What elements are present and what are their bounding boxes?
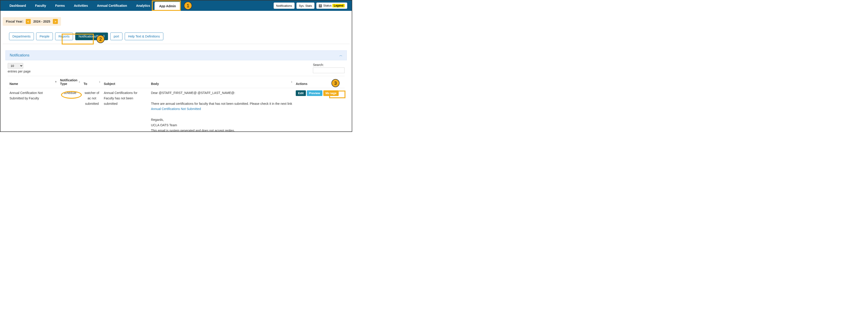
fiscal-prev-button[interactable]: < [26, 19, 31, 24]
sort-icon: ▲▼ [99, 81, 101, 83]
collapse-icon[interactable]: ︿ [339, 53, 342, 57]
col-name[interactable]: Name▲▼ [8, 76, 58, 88]
cell-name: Annual Certification Not Submitted by Fa… [8, 88, 58, 132]
status-label: Status [323, 4, 332, 7]
col-body[interactable]: Body▲▼ [149, 76, 294, 88]
cell-actions: Edit Preview Manage [294, 88, 344, 132]
entries-select[interactable]: 10 [8, 63, 23, 69]
manage-button[interactable]: Manage [323, 90, 339, 96]
search-input[interactable] [313, 68, 344, 73]
nav-activities[interactable]: Activities [69, 1, 92, 10]
question-icon: ? [319, 4, 322, 7]
subtab-people[interactable]: People [36, 33, 53, 40]
panel-body: 10 entries per page Search: Name▲▼ Notif… [5, 60, 347, 132]
table-header-row: Name▲▼ Notification Type▲▼ To▲▼ Subject … [8, 76, 344, 88]
fiscal-year-label: Fiscal Year: [6, 20, 24, 23]
nav-forms[interactable]: Forms [51, 1, 69, 10]
col-to[interactable]: To▲▼ [82, 76, 102, 88]
table-controls: 10 entries per page Search: [8, 63, 344, 73]
cell-type: schedule [58, 88, 82, 132]
edit-button[interactable]: Edit [296, 90, 306, 96]
fiscal-year-value: 2024 - 2025 [31, 20, 53, 23]
col-type[interactable]: Notification Type▲▼ [58, 76, 82, 88]
panel-header[interactable]: Notifications ︿ [5, 51, 347, 60]
search-label: Search: [313, 63, 324, 67]
body-regards: Regards, [151, 118, 164, 122]
fiscal-next-button[interactable]: > [53, 19, 58, 24]
sort-icon: ▲▼ [55, 81, 57, 83]
table-row: Annual Certification Not Submitted by Fa… [8, 88, 344, 132]
col-subject[interactable]: Subject [102, 76, 149, 88]
col-actions: Actions [294, 76, 344, 88]
subtab-port[interactable]: port [110, 33, 122, 40]
nav-app-admin[interactable]: App Admin [155, 2, 180, 10]
body-link[interactable]: Annual Certifications Not Submitted [151, 107, 201, 111]
entries-control: 10 entries per page [8, 63, 31, 73]
entries-label: entries per page [8, 70, 31, 73]
nav-left: Dashboard Faculty Forms Activities Annua… [5, 1, 181, 10]
admin-subtabs: Departments People Reports Notifications… [3, 26, 349, 44]
notifications-table: Name▲▼ Notification Type▲▼ To▲▼ Subject … [8, 76, 344, 132]
panel-title: Notifications [10, 53, 29, 57]
cell-body: Dear @STAFF_FIRST_NAME@ @STAFF_LAST_NAME… [149, 88, 294, 132]
subtab-notifications-email[interactable]: Notifications/Email [75, 33, 108, 40]
nav-analytics[interactable]: Analytics [131, 1, 155, 10]
legend-badge: Legend [332, 4, 345, 7]
body-text: There are annual certifications for facu… [151, 102, 292, 105]
nav-right: Notifications Sys. Stats ? Status Legend [274, 2, 347, 9]
sort-icon: ▲▼ [290, 81, 292, 83]
preview-button[interactable]: Preview [307, 90, 322, 96]
top-nav: Dashboard Faculty Forms Activities Annua… [0, 0, 352, 11]
sys-stats-button[interactable]: Sys. Stats [297, 2, 315, 9]
notifications-panel: Notifications ︿ 10 entries per page Sear… [5, 51, 347, 132]
cell-subject: Annual Certifications for Faculty has no… [102, 88, 149, 132]
search-control: Search: [313, 63, 344, 73]
subtab-departments[interactable]: Departments [9, 33, 34, 40]
subtab-reports[interactable]: Reports [55, 33, 73, 40]
notifications-button[interactable]: Notifications [274, 2, 294, 9]
subtab-help-text[interactable]: Help Text & Definitions [125, 33, 163, 40]
body-greeting: Dear @STAFF_FIRST_NAME@ @STAFF_LAST_NAME… [151, 91, 235, 95]
body-footer: This email is system generated and does … [151, 129, 235, 132]
nav-dashboard[interactable]: Dashboard [5, 1, 31, 10]
sort-icon: ▲▼ [79, 81, 81, 83]
cell-to: watcher of ac not submitted [82, 88, 102, 132]
nav-faculty[interactable]: Faculty [31, 1, 51, 10]
nav-annual-certification[interactable]: Annual Certification [92, 1, 131, 10]
body-team: UCLA OATS Team [151, 123, 177, 127]
status-button[interactable]: ? Status Legend [316, 2, 347, 9]
fiscal-year-bar: Fiscal Year: < 2024 - 2025 > [3, 17, 61, 26]
